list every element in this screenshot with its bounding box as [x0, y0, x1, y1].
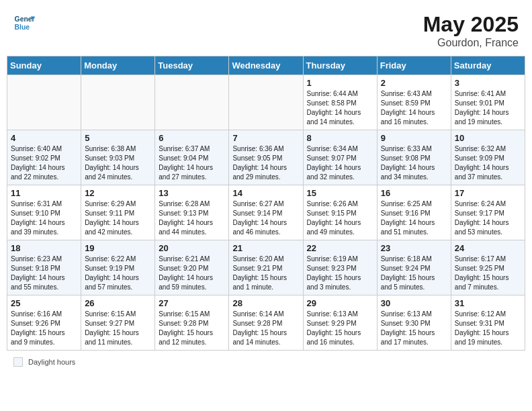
calendar-cell: 9Sunrise: 6:33 AM Sunset: 9:08 PM Daylig… [377, 130, 451, 185]
day-number: 4 [11, 133, 77, 143]
day-number: 12 [85, 188, 151, 198]
calendar-cell: 19Sunrise: 6:22 AM Sunset: 9:19 PM Dayli… [81, 240, 155, 295]
calendar-cell: 24Sunrise: 6:17 AM Sunset: 9:25 PM Dayli… [451, 240, 525, 295]
day-number: 22 [307, 243, 373, 253]
day-number: 1 [307, 78, 373, 88]
column-header-thursday: Thursday [303, 56, 377, 75]
day-info: Sunrise: 6:27 AM Sunset: 9:14 PM Dayligh… [232, 199, 299, 237]
day-number: 14 [232, 188, 299, 198]
day-number: 31 [455, 298, 521, 308]
day-number: 2 [381, 78, 447, 88]
svg-text:Blue: Blue [15, 24, 30, 31]
calendar-cell: 26Sunrise: 6:15 AM Sunset: 9:27 PM Dayli… [81, 295, 155, 351]
day-info: Sunrise: 6:32 AM Sunset: 9:09 PM Dayligh… [455, 144, 521, 182]
day-number: 7 [232, 133, 299, 143]
calendar-cell: 29Sunrise: 6:13 AM Sunset: 9:29 PM Dayli… [303, 295, 377, 351]
day-info: Sunrise: 6:36 AM Sunset: 9:05 PM Dayligh… [232, 144, 299, 182]
day-info: Sunrise: 6:16 AM Sunset: 9:26 PM Dayligh… [11, 310, 77, 347]
calendar-week-2: 4Sunrise: 6:40 AM Sunset: 9:02 PM Daylig… [7, 130, 525, 185]
calendar-cell: 31Sunrise: 6:12 AM Sunset: 9:31 PM Dayli… [451, 295, 525, 351]
calendar-cell [7, 75, 81, 130]
location-title: Gourdon, France [423, 37, 519, 49]
day-info: Sunrise: 6:29 AM Sunset: 9:11 PM Dayligh… [85, 199, 151, 237]
day-info: Sunrise: 6:25 AM Sunset: 9:16 PM Dayligh… [381, 199, 447, 237]
legend-label: Daylight hours [28, 358, 75, 366]
day-number: 3 [455, 78, 521, 88]
calendar-cell [81, 75, 155, 130]
day-info: Sunrise: 6:37 AM Sunset: 9:04 PM Dayligh… [159, 144, 225, 182]
day-info: Sunrise: 6:31 AM Sunset: 9:10 PM Dayligh… [11, 199, 77, 237]
day-number: 16 [381, 188, 447, 198]
column-header-friday: Friday [377, 56, 451, 75]
day-info: Sunrise: 6:44 AM Sunset: 8:58 PM Dayligh… [307, 89, 373, 127]
calendar-cell: 6Sunrise: 6:37 AM Sunset: 9:04 PM Daylig… [155, 130, 229, 185]
calendar-cell: 27Sunrise: 6:15 AM Sunset: 9:28 PM Dayli… [155, 295, 229, 351]
calendar-week-1: 1Sunrise: 6:44 AM Sunset: 8:58 PM Daylig… [7, 75, 525, 130]
calendar-cell: 5Sunrise: 6:38 AM Sunset: 9:03 PM Daylig… [81, 130, 155, 185]
day-number: 23 [381, 243, 447, 253]
legend-box [13, 357, 23, 367]
column-header-wednesday: Wednesday [229, 56, 303, 75]
day-info: Sunrise: 6:28 AM Sunset: 9:13 PM Dayligh… [159, 199, 225, 237]
calendar-cell: 12Sunrise: 6:29 AM Sunset: 9:11 PM Dayli… [81, 185, 155, 240]
calendar-table: SundayMondayTuesdayWednesdayThursdayFrid… [7, 56, 525, 351]
calendar-cell: 15Sunrise: 6:26 AM Sunset: 9:15 PM Dayli… [303, 185, 377, 240]
day-number: 28 [232, 298, 299, 308]
calendar-cell: 1Sunrise: 6:44 AM Sunset: 8:58 PM Daylig… [303, 75, 377, 130]
logo: General Blue [13, 12, 35, 34]
day-info: Sunrise: 6:21 AM Sunset: 9:20 PM Dayligh… [159, 255, 225, 292]
day-info: Sunrise: 6:24 AM Sunset: 9:17 PM Dayligh… [455, 199, 521, 237]
calendar-cell: 22Sunrise: 6:19 AM Sunset: 9:23 PM Dayli… [303, 240, 377, 295]
month-year-title: May 2025 [423, 12, 519, 37]
day-number: 15 [307, 188, 373, 198]
day-info: Sunrise: 6:41 AM Sunset: 9:01 PM Dayligh… [455, 89, 521, 127]
day-info: Sunrise: 6:17 AM Sunset: 9:25 PM Dayligh… [455, 255, 521, 292]
day-info: Sunrise: 6:15 AM Sunset: 9:27 PM Dayligh… [85, 310, 151, 347]
calendar-week-3: 11Sunrise: 6:31 AM Sunset: 9:10 PM Dayli… [7, 185, 525, 240]
calendar-cell: 23Sunrise: 6:18 AM Sunset: 9:24 PM Dayli… [377, 240, 451, 295]
day-info: Sunrise: 6:33 AM Sunset: 9:08 PM Dayligh… [381, 144, 447, 182]
calendar-cell: 25Sunrise: 6:16 AM Sunset: 9:26 PM Dayli… [7, 295, 81, 351]
day-info: Sunrise: 6:26 AM Sunset: 9:15 PM Dayligh… [307, 199, 373, 237]
day-number: 24 [455, 243, 521, 253]
column-header-sunday: Sunday [7, 56, 81, 75]
day-number: 10 [455, 133, 521, 143]
day-number: 18 [11, 243, 77, 253]
day-info: Sunrise: 6:40 AM Sunset: 9:02 PM Dayligh… [11, 144, 77, 182]
column-header-saturday: Saturday [451, 56, 525, 75]
column-header-monday: Monday [81, 56, 155, 75]
day-info: Sunrise: 6:14 AM Sunset: 9:28 PM Dayligh… [232, 310, 299, 347]
calendar-cell [155, 75, 229, 130]
calendar-cell: 21Sunrise: 6:20 AM Sunset: 9:21 PM Dayli… [229, 240, 303, 295]
day-number: 13 [159, 188, 225, 198]
calendar-cell: 28Sunrise: 6:14 AM Sunset: 9:28 PM Dayli… [229, 295, 303, 351]
calendar-cell: 16Sunrise: 6:25 AM Sunset: 9:16 PM Dayli… [377, 185, 451, 240]
day-info: Sunrise: 6:43 AM Sunset: 8:59 PM Dayligh… [381, 89, 447, 127]
day-info: Sunrise: 6:13 AM Sunset: 9:29 PM Dayligh… [307, 310, 373, 347]
day-number: 30 [381, 298, 447, 308]
day-info: Sunrise: 6:19 AM Sunset: 9:23 PM Dayligh… [307, 255, 373, 292]
calendar-cell: 8Sunrise: 6:34 AM Sunset: 9:07 PM Daylig… [303, 130, 377, 185]
day-info: Sunrise: 6:20 AM Sunset: 9:21 PM Dayligh… [232, 255, 299, 292]
title-block: May 2025 Gourdon, France [423, 12, 519, 49]
calendar-cell: 7Sunrise: 6:36 AM Sunset: 9:05 PM Daylig… [229, 130, 303, 185]
calendar-cell: 18Sunrise: 6:23 AM Sunset: 9:18 PM Dayli… [7, 240, 81, 295]
calendar-cell: 2Sunrise: 6:43 AM Sunset: 8:59 PM Daylig… [377, 75, 451, 130]
day-info: Sunrise: 6:13 AM Sunset: 9:30 PM Dayligh… [381, 310, 447, 347]
day-number: 26 [85, 298, 151, 308]
day-info: Sunrise: 6:15 AM Sunset: 9:28 PM Dayligh… [159, 310, 225, 347]
day-info: Sunrise: 6:12 AM Sunset: 9:31 PM Dayligh… [455, 310, 521, 347]
calendar-cell: 13Sunrise: 6:28 AM Sunset: 9:13 PM Dayli… [155, 185, 229, 240]
day-number: 6 [159, 133, 225, 143]
logo-icon: General Blue [13, 12, 35, 34]
calendar-cell: 14Sunrise: 6:27 AM Sunset: 9:14 PM Dayli… [229, 185, 303, 240]
day-info: Sunrise: 6:38 AM Sunset: 9:03 PM Dayligh… [85, 144, 151, 182]
day-info: Sunrise: 6:34 AM Sunset: 9:07 PM Dayligh… [307, 144, 373, 182]
day-number: 20 [159, 243, 225, 253]
calendar-cell: 3Sunrise: 6:41 AM Sunset: 9:01 PM Daylig… [451, 75, 525, 130]
day-info: Sunrise: 6:23 AM Sunset: 9:18 PM Dayligh… [11, 255, 77, 292]
day-info: Sunrise: 6:18 AM Sunset: 9:24 PM Dayligh… [381, 255, 447, 292]
column-header-tuesday: Tuesday [155, 56, 229, 75]
day-number: 19 [85, 243, 151, 253]
day-number: 29 [307, 298, 373, 308]
